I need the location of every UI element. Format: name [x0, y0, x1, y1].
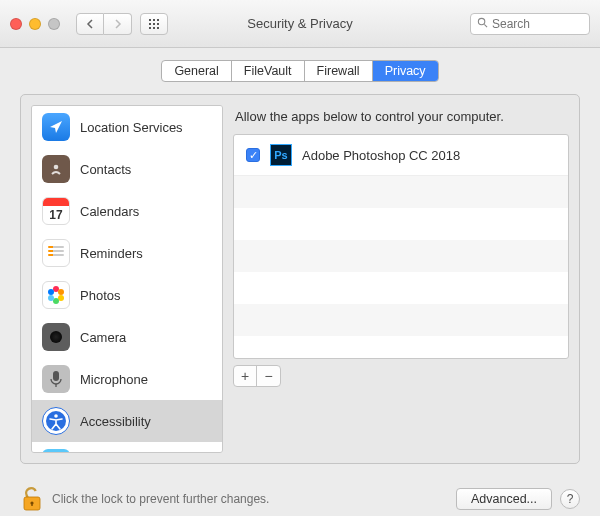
sidebar-item-label: Camera [80, 330, 126, 345]
help-button[interactable]: ? [560, 489, 580, 509]
accessibility-icon [42, 407, 70, 435]
empty-row [234, 176, 568, 208]
minimize-icon[interactable] [29, 18, 41, 30]
sidebar-item-label: Calendars [80, 204, 139, 219]
location-icon [42, 113, 70, 141]
sidebar-item-camera[interactable]: Camera [32, 316, 222, 358]
sidebar-item-label: Photos [80, 288, 120, 303]
svg-point-6 [54, 414, 58, 418]
tab-general[interactable]: General [162, 61, 231, 81]
camera-icon [42, 323, 70, 351]
sidebar-item-label: Location Services [80, 120, 183, 135]
remove-button[interactable]: − [257, 366, 280, 386]
app-checkbox[interactable]: ✓ [246, 148, 260, 162]
svg-line-1 [484, 24, 487, 27]
svg-rect-9 [31, 503, 32, 506]
footer: Click the lock to prevent further change… [0, 474, 600, 516]
lock-icon[interactable] [20, 485, 44, 513]
lock-message: Click the lock to prevent further change… [52, 492, 448, 506]
titlebar: Security & Privacy [0, 0, 600, 48]
add-remove-control: + − [233, 365, 281, 387]
add-button[interactable]: + [234, 366, 257, 386]
content-panel: Location Services Contacts 17 Calendars … [20, 94, 580, 464]
privacy-sidebar: Location Services Contacts 17 Calendars … [31, 105, 223, 453]
sidebar-item-contacts[interactable]: Contacts [32, 148, 222, 190]
sidebar-item-label: Accessibility [80, 414, 151, 429]
svg-rect-3 [53, 371, 59, 381]
show-all-button[interactable] [140, 13, 168, 35]
sidebar-item-reminders[interactable]: Reminders [32, 232, 222, 274]
sidebar-item-label: Reminders [80, 246, 143, 261]
reminders-icon [42, 239, 70, 267]
search-input[interactable] [492, 17, 583, 31]
window-controls [10, 18, 60, 30]
advanced-button[interactable]: Advanced... [456, 488, 552, 510]
photos-icon [42, 281, 70, 309]
grid-icon [148, 18, 160, 30]
back-button[interactable] [76, 13, 104, 35]
svg-point-0 [478, 18, 484, 24]
tab-firewall[interactable]: Firewall [305, 61, 373, 81]
empty-row [234, 272, 568, 304]
app-row[interactable]: ✓ Ps Adobe Photoshop CC 2018 [234, 135, 568, 176]
search-field[interactable] [470, 13, 590, 35]
sidebar-item-accessibility[interactable]: Accessibility [32, 400, 222, 442]
empty-row [234, 304, 568, 336]
photoshop-icon: Ps [270, 144, 292, 166]
tab-filevault[interactable]: FileVault [232, 61, 305, 81]
app-list: ✓ Ps Adobe Photoshop CC 2018 [233, 134, 569, 359]
detail-pane: Allow the apps below to control your com… [233, 105, 569, 453]
close-icon[interactable] [10, 18, 22, 30]
sidebar-item-location-services[interactable]: Location Services [32, 106, 222, 148]
search-icon [477, 17, 488, 31]
instruction-text: Allow the apps below to control your com… [233, 105, 569, 134]
empty-row [234, 240, 568, 272]
fulldisk-icon [42, 449, 70, 453]
microphone-icon [42, 365, 70, 393]
empty-row [234, 208, 568, 240]
tab-privacy[interactable]: Privacy [373, 61, 438, 81]
app-name: Adobe Photoshop CC 2018 [302, 148, 460, 163]
nav-buttons [76, 13, 132, 35]
svg-point-2 [54, 165, 59, 170]
sidebar-item-label: Microphone [80, 372, 148, 387]
tab-bar: General FileVault Firewall Privacy [0, 60, 600, 82]
sidebar-item-full-disk-access[interactable]: Full Disk Access [32, 442, 222, 453]
sidebar-item-label: Contacts [80, 162, 131, 177]
sidebar-item-calendars[interactable]: 17 Calendars [32, 190, 222, 232]
zoom-icon [48, 18, 60, 30]
forward-button[interactable] [104, 13, 132, 35]
calendars-icon: 17 [42, 197, 70, 225]
sidebar-item-microphone[interactable]: Microphone [32, 358, 222, 400]
sidebar-item-photos[interactable]: Photos [32, 274, 222, 316]
contacts-icon [42, 155, 70, 183]
